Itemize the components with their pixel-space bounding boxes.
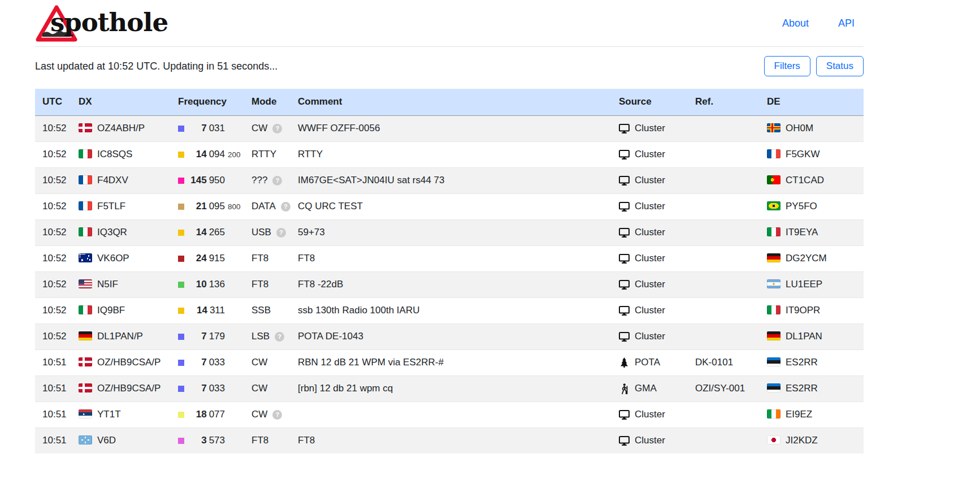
mode-cell: CW — [244, 376, 290, 402]
dx-callsign-link[interactable]: IC8SQS — [97, 149, 132, 159]
comment-cell: [rbn] 12 db 21 wpm cq — [290, 376, 612, 402]
it-flag-icon — [79, 305, 92, 314]
de-callsign-link[interactable]: PY5FO — [786, 201, 817, 212]
frequency-cell: 7033 — [171, 376, 244, 402]
mode-help-icon[interactable]: ? — [281, 202, 290, 212]
de-callsign-link[interactable]: F5GKW — [786, 149, 819, 159]
de-callsign-link[interactable]: JI2KDZ — [786, 435, 818, 446]
spothole-logo[interactable]: spothole — [35, 3, 205, 44]
mode-value: RTTY — [251, 149, 276, 160]
ax-flag-icon — [767, 123, 780, 132]
fr-flag-icon — [79, 175, 92, 184]
comment-cell: FT8 — [290, 245, 612, 271]
dx-callsign-link[interactable]: DL1PAN/P — [97, 331, 143, 342]
band-indicator — [178, 360, 184, 366]
de-callsign-link[interactable]: ES2RR — [786, 357, 818, 368]
dx-callsign-link[interactable]: F5TLF — [97, 201, 125, 212]
spot-time: 10:51 — [35, 376, 71, 402]
de-callsign-link[interactable]: LU1EEP — [786, 279, 822, 290]
mode-help-icon[interactable]: ? — [272, 410, 282, 420]
mode-help-icon[interactable]: ? — [276, 228, 286, 238]
dx-cell: IQ9BF — [71, 297, 171, 323]
mode-value: CW — [251, 383, 267, 394]
toolbar: Filters Status — [764, 56, 864, 76]
source-label: Cluster — [635, 435, 665, 446]
source-cell: Cluster — [612, 323, 688, 349]
de-callsign-link[interactable]: DG2YCM — [786, 253, 827, 264]
mode-cell: CW ? — [244, 115, 290, 141]
table-row: 10:52 IQ9BF 14311 SSB ssb 130th Radio 10… — [35, 297, 864, 323]
de-callsign-link[interactable]: DL1PAN — [786, 331, 822, 342]
source-cell: Cluster — [612, 141, 688, 167]
spot-time: 10:52 — [35, 193, 71, 219]
de-callsign-link[interactable]: IT9EYA — [786, 227, 818, 238]
comment-cell: ssb 130th Radio 100th IARU — [290, 297, 612, 323]
de-cell: IT9OPR — [760, 297, 864, 323]
dx-callsign-link[interactable]: F4DXV — [97, 175, 128, 185]
table-row: 10:52 IQ3QR 14265 USB ? 59+73 Cluster — [35, 219, 864, 245]
ref-cell — [688, 271, 760, 297]
band-indicator — [178, 152, 184, 158]
header-frequency: Frequency — [171, 89, 244, 115]
dx-callsign-link[interactable]: IQ3QR — [97, 227, 127, 238]
monitor-icon — [619, 254, 630, 264]
de-callsign-link[interactable]: ES2RR — [786, 383, 818, 394]
mode-help-icon[interactable]: ? — [272, 124, 282, 133]
mode-cell: SSB — [244, 297, 290, 323]
source-label: Cluster — [635, 253, 665, 264]
source-label: Cluster — [635, 123, 665, 134]
ref-cell — [688, 297, 760, 323]
dx-callsign-link[interactable]: OZ/HB9CSA/P — [97, 357, 161, 368]
spot-time: 10:52 — [35, 271, 71, 297]
source-label: Cluster — [635, 201, 665, 212]
dx-cell: YT1T — [71, 402, 171, 428]
mode-help-icon[interactable]: ? — [275, 332, 284, 342]
source-label: GMA — [635, 383, 657, 394]
it-flag-icon — [79, 149, 92, 158]
source-cell: POTA — [612, 349, 688, 376]
dx-callsign-link[interactable]: VK6OP — [97, 253, 129, 264]
de-cell: OH0M — [760, 115, 864, 141]
mode-value: LSB — [251, 331, 270, 342]
de-callsign-link[interactable]: CT1CAD — [786, 175, 824, 185]
de-cell: LU1EEP — [760, 271, 864, 297]
table-row: 10:51 OZ/HB9CSA/P 7033 CW [rbn] 12 db 21… — [35, 376, 864, 402]
de-callsign-link[interactable]: OH0M — [786, 123, 813, 133]
de-callsign-link[interactable]: IT9OPR — [786, 305, 820, 316]
de-cell: CT1CAD — [760, 167, 864, 193]
ref-cell — [688, 428, 760, 454]
band-indicator — [178, 412, 184, 418]
dx-callsign-link[interactable]: YT1T — [97, 409, 121, 420]
dx-callsign-link[interactable]: OZ/HB9CSA/P — [97, 383, 161, 394]
ie-flag-icon — [767, 409, 780, 418]
band-indicator — [178, 230, 184, 236]
dx-callsign-link[interactable]: OZ4ABH/P — [97, 123, 145, 133]
nav-link-about[interactable]: About — [782, 18, 809, 29]
de-flag-icon — [79, 331, 92, 340]
header-ref: Ref. — [688, 89, 760, 115]
frequency-cell: 14311 — [171, 297, 244, 323]
status-button[interactable]: Status — [816, 56, 864, 76]
jp-flag-icon — [767, 435, 780, 444]
dx-cell: F5TLF — [71, 193, 171, 219]
nav-link-api[interactable]: API — [838, 18, 855, 29]
source-label: Cluster — [635, 149, 665, 160]
filters-button[interactable]: Filters — [764, 56, 810, 76]
band-indicator — [178, 438, 184, 444]
de-callsign-link[interactable]: EI9EZ — [786, 409, 812, 420]
monitor-icon — [619, 228, 630, 238]
source-label: Cluster — [635, 227, 665, 238]
dk-flag-icon — [79, 383, 92, 392]
dx-callsign-link[interactable]: IQ9BF — [97, 305, 125, 316]
dx-callsign-link[interactable]: V6D — [97, 435, 116, 446]
header-mode: Mode — [244, 89, 290, 115]
source-cell: Cluster — [612, 193, 688, 219]
table-row: 10:52 IC8SQS 14094 200 RTTY RTTY Cluster — [35, 141, 864, 167]
dx-callsign-link[interactable]: N5IF — [97, 279, 118, 290]
comment-cell: RTTY — [290, 141, 612, 167]
spot-time: 10:52 — [35, 245, 71, 271]
mode-help-icon[interactable]: ? — [272, 176, 282, 185]
dx-cell: OZ/HB9CSA/P — [71, 376, 171, 402]
ref-cell — [688, 402, 760, 428]
band-indicator — [178, 178, 184, 184]
